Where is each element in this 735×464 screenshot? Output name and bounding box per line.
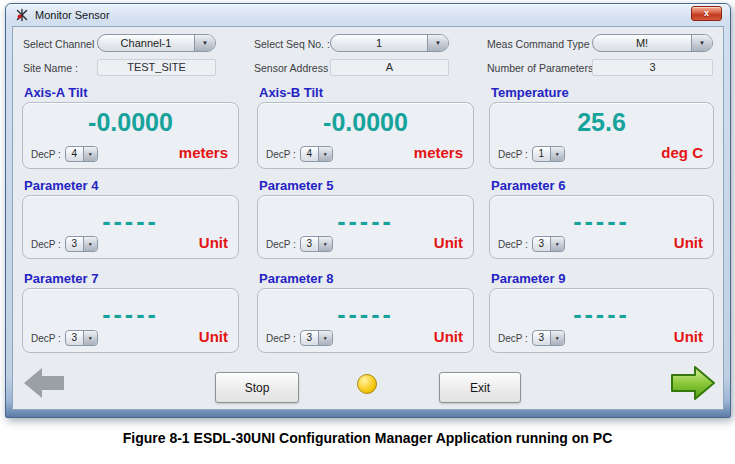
panel-unit: Unit: [434, 328, 463, 345]
dec-label: DecP :: [266, 333, 296, 344]
panel-title: Temperature: [491, 85, 569, 100]
sensor-address-field: A: [330, 59, 449, 76]
dec-dropdown[interactable]: 1▼: [532, 146, 565, 162]
dec-label: DecP :: [266, 149, 296, 160]
dec-label: DecP :: [498, 149, 528, 160]
panel-box: -0.0000 DecP : 4▼ meters: [257, 102, 474, 169]
panel-unit: meters: [414, 144, 463, 161]
dec-dropdown[interactable]: 4▼: [300, 146, 333, 162]
site-name-label: Site Name :: [23, 62, 78, 74]
dec-label: DecP :: [31, 333, 61, 344]
select-channel-label: Select Channel :: [23, 38, 100, 50]
panel-value: -----: [258, 207, 473, 236]
panel-parameter-9: Parameter 9 ----- DecP : 3▼ Unit: [489, 271, 714, 353]
dec-value: 3: [533, 331, 550, 345]
chevron-down-icon: ▼: [550, 147, 564, 161]
panel-title: Axis-A Tilt: [24, 85, 88, 100]
panel-value: -0.0000: [23, 108, 238, 137]
panel-temperature: Temperature 25.6 DecP : 1▼ deg C: [489, 85, 714, 169]
dec-label: DecP :: [498, 239, 528, 250]
panel-box: ----- DecP : 3▼ Unit: [257, 195, 474, 259]
panel-value: -----: [490, 207, 713, 236]
panel-unit: Unit: [434, 234, 463, 251]
panel-box: -0.0000 DecP : 4▼ meters: [22, 102, 239, 169]
panel-axis-b-tilt: Axis-B Tilt -0.0000 DecP : 4▼ meters: [257, 85, 474, 169]
panel-value: -----: [258, 300, 473, 329]
chevron-down-icon: ▼: [318, 331, 332, 345]
select-channel-dropdown[interactable]: Channel-1 ▼: [97, 34, 216, 52]
panel-parameter-4: Parameter 4 ----- DecP : 3▼ Unit: [22, 178, 239, 259]
panel-value: -----: [490, 300, 713, 329]
meas-command-label: Meas Command Type :: [487, 38, 595, 50]
panel-unit: Unit: [674, 328, 703, 345]
dec-label: DecP :: [498, 333, 528, 344]
sensor-address-label: Sensor Address :: [254, 62, 334, 74]
panel-title: Parameter 7: [24, 271, 98, 286]
panel-value: -----: [23, 300, 238, 329]
select-seq-label: Select Seq No. :: [254, 38, 330, 50]
panel-parameter-7: Parameter 7 ----- DecP : 3▼ Unit: [22, 271, 239, 353]
site-name-field: TEST_SITE: [97, 59, 216, 76]
panel-unit: Unit: [199, 234, 228, 251]
panel-title: Axis-B Tilt: [259, 85, 323, 100]
panel-title: Parameter 5: [259, 178, 333, 193]
figure-caption: Figure 8-1 ESDL-30UNI Configuration Mana…: [0, 430, 735, 446]
panel-title: Parameter 6: [491, 178, 565, 193]
dec-dropdown[interactable]: 3▼: [65, 330, 98, 346]
dec-label: DecP :: [31, 149, 61, 160]
dec-value: 3: [301, 237, 318, 251]
panel-unit: Unit: [674, 234, 703, 251]
dec-label: DecP :: [266, 239, 296, 250]
chevron-down-icon: ▼: [194, 35, 215, 51]
stop-button[interactable]: Stop: [215, 372, 299, 403]
next-arrow-button[interactable]: [670, 364, 716, 406]
chevron-down-icon: ▼: [83, 147, 97, 161]
dec-dropdown[interactable]: 4▼: [65, 146, 98, 162]
close-button[interactable]: x: [691, 6, 722, 21]
dec-value: 3: [533, 237, 550, 251]
previous-arrow-button[interactable]: [22, 366, 66, 404]
meas-command-value: M!: [593, 35, 691, 51]
select-seq-value: 1: [331, 35, 427, 51]
panel-box: ----- DecP : 3▼ Unit: [22, 288, 239, 353]
dec-value: 3: [301, 331, 318, 345]
meas-command-dropdown[interactable]: M! ▼: [592, 34, 713, 52]
monitor-sensor-window: Monitor Sensor x Select Channel : Channe…: [5, 3, 731, 418]
exit-button[interactable]: Exit: [439, 372, 521, 403]
panel-box: 25.6 DecP : 1▼ deg C: [489, 102, 714, 169]
panel-unit: deg C: [661, 144, 703, 161]
dec-value: 4: [66, 147, 83, 161]
chevron-down-icon: ▼: [427, 35, 448, 51]
select-channel-value: Channel-1: [98, 35, 194, 51]
dec-label: DecP :: [31, 239, 61, 250]
dec-value: 1: [533, 147, 550, 161]
dec-value: 3: [66, 237, 83, 251]
panel-value: -0.0000: [258, 108, 473, 137]
chevron-down-icon: ▼: [318, 237, 332, 251]
panel-axis-a-tilt: Axis-A Tilt -0.0000 DecP : 4▼ meters: [22, 85, 239, 169]
select-seq-dropdown[interactable]: 1 ▼: [330, 34, 449, 52]
dec-dropdown[interactable]: 3▼: [65, 236, 98, 252]
status-led-indicator: [357, 374, 377, 394]
dec-value: 4: [301, 147, 318, 161]
dec-dropdown[interactable]: 3▼: [300, 330, 333, 346]
panel-title: Parameter 9: [491, 271, 565, 286]
panel-title: Parameter 8: [259, 271, 333, 286]
panel-unit: meters: [179, 144, 228, 161]
chevron-down-icon: ▼: [550, 331, 564, 345]
window-title: Monitor Sensor: [35, 9, 110, 21]
dec-dropdown[interactable]: 3▼: [532, 330, 565, 346]
app-icon: [15, 8, 29, 22]
panel-box: ----- DecP : 3▼ Unit: [257, 288, 474, 353]
client-area: Select Channel : Channel-1 ▼ Select Seq …: [12, 26, 724, 410]
num-params-field: 3: [592, 59, 713, 76]
num-params-label: Number of Parameters :: [487, 62, 599, 74]
dec-dropdown[interactable]: 3▼: [300, 236, 333, 252]
panel-value: -----: [23, 207, 238, 236]
panel-title: Parameter 4: [24, 178, 98, 193]
dec-dropdown[interactable]: 3▼: [532, 236, 565, 252]
title-bar: Monitor Sensor x: [6, 4, 730, 26]
panel-box: ----- DecP : 3▼ Unit: [489, 195, 714, 259]
chevron-down-icon: ▼: [83, 331, 97, 345]
panel-unit: Unit: [199, 328, 228, 345]
